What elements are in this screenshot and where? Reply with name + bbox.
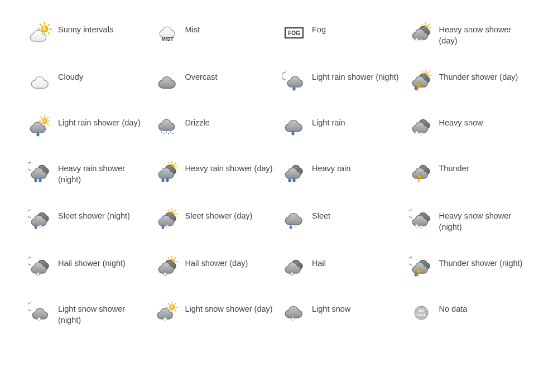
weather-label: Light snow shower (day) (185, 302, 273, 315)
weather-label: Cloudy (58, 70, 83, 83)
weather-entry: Thunder (409, 161, 531, 185)
weather-entry: Hail shower (day) (155, 256, 277, 278)
sunny-intervals-icon (28, 22, 52, 45)
thunder-shower-day-icon (409, 70, 434, 92)
weather-label: Hail shower (night) (58, 256, 126, 269)
weather-entry: Hail (282, 256, 403, 278)
weather-label: Heavy rain shower (day) (185, 161, 273, 175)
weather-entry: Light rain shower (day) (28, 115, 150, 138)
weather-label: Fog (312, 22, 326, 36)
weather-label: Heavy snow shower (day) (439, 22, 531, 46)
heavy-snow-shower-night-icon (409, 209, 434, 231)
sleet-shower-day-icon (155, 209, 180, 231)
light-rain-shower-day-icon (28, 115, 52, 138)
weather-label: Light rain shower (night) (312, 70, 399, 83)
cloudy-icon (28, 70, 52, 92)
weather-label: Sleet shower (day) (185, 209, 253, 222)
light-snow-icon (282, 302, 306, 324)
weather-entry: Heavy snow shower (night) (409, 209, 531, 233)
weather-label: Light snow (312, 302, 350, 315)
mist-icon: MIST (155, 22, 180, 45)
weather-entry: Heavy rain shower (day) (155, 161, 277, 185)
fog-icon: FOG (282, 22, 306, 45)
svg-point-20 (415, 306, 428, 320)
weather-label: Thunder (439, 161, 469, 175)
weather-label: Sleet (312, 209, 330, 222)
weather-entry: Heavy rain shower (night) (28, 161, 150, 185)
svg-point-18 (170, 132, 171, 133)
weather-entry: Light rain shower (night) (282, 70, 403, 92)
sleet-shower-night-icon (28, 209, 52, 231)
weather-entry: Light snow (282, 302, 403, 326)
weather-entry: Drizzle (155, 115, 277, 138)
hail-shower-night-icon (28, 256, 52, 278)
weather-entry: Sleet (282, 209, 403, 233)
weather-entry: Light rain (282, 115, 403, 138)
weather-label: Heavy snow (439, 115, 483, 129)
weather-entry: Heavy snow (409, 115, 531, 138)
weather-entry: MISTMist (155, 22, 277, 46)
weather-entry: Sunny intervals (28, 22, 150, 46)
weather-label: Heavy snow shower (night) (439, 209, 531, 233)
weather-entry: FOGFog (282, 22, 403, 46)
weather-label: Mist (185, 22, 200, 36)
weather-label: Thunder shower (night) (439, 256, 523, 269)
weather-label: Overcast (185, 70, 218, 83)
weather-label: No data (439, 302, 468, 315)
weather-label: Drizzle (185, 115, 210, 129)
heavy-rain-shower-day-icon (155, 161, 180, 183)
weather-label: Light snow shower (night) (58, 302, 150, 326)
weather-entry: Thunder shower (day) (409, 70, 531, 92)
heavy-snow-icon (409, 115, 434, 138)
thunder-icon (409, 161, 434, 183)
weather-entry: Light snow shower (night) (28, 302, 150, 326)
light-rain-shower-night-icon (282, 70, 306, 92)
svg-point-14 (161, 132, 162, 133)
weather-entry: Heavy snow shower (day) (409, 22, 531, 46)
svg-point-19 (172, 133, 174, 134)
weather-entry: NODATANo data (409, 302, 531, 326)
weather-entry: Cloudy (28, 70, 150, 92)
svg-text:NO: NO (419, 309, 424, 313)
overcast-icon (155, 70, 180, 92)
heavy-rain-shower-night-icon (28, 161, 52, 183)
hail-icon (282, 256, 306, 278)
svg-point-15 (163, 133, 165, 134)
weather-entry: Heavy rain (282, 161, 403, 185)
svg-text:DATA: DATA (417, 313, 426, 317)
drizzle-icon (155, 115, 180, 138)
light-rain-icon (282, 115, 306, 138)
weather-glossary-page: Sunny intervalsMISTMistFOGFogHeavy snow … (0, 0, 558, 392)
weather-entry: Thunder shower (night) (409, 256, 531, 278)
sleet-icon (282, 209, 306, 231)
weather-icon-grid: Sunny intervalsMISTMistFOGFogHeavy snow … (28, 22, 530, 326)
svg-point-17 (168, 133, 169, 134)
weather-label: Hail shower (day) (185, 256, 248, 269)
svg-point-16 (166, 132, 167, 133)
weather-entry: Hail shower (night) (28, 256, 150, 278)
weather-label: Thunder shower (day) (439, 70, 518, 83)
light-snow-shower-day-icon (155, 302, 180, 324)
svg-text:FOG: FOG (288, 30, 300, 36)
weather-label: Heavy rain (312, 161, 350, 175)
weather-entry: Sleet shower (night) (28, 209, 150, 233)
light-snow-shower-night-icon (28, 302, 52, 324)
hail-shower-day-icon (155, 256, 180, 278)
heavy-rain-icon (282, 161, 306, 183)
thunder-shower-night-icon (409, 256, 434, 278)
weather-label: Hail (312, 256, 326, 269)
svg-text:MIST: MIST (161, 36, 174, 42)
weather-entry: Overcast (155, 70, 277, 92)
heavy-snow-shower-day-icon (409, 22, 434, 45)
weather-label: Sleet shower (night) (58, 209, 130, 222)
weather-entry: Sleet shower (day) (155, 209, 277, 233)
weather-label: Light rain shower (day) (58, 115, 141, 129)
weather-label: Heavy rain shower (night) (58, 161, 150, 185)
weather-label: Sunny intervals (58, 22, 113, 36)
weather-entry: Light snow shower (day) (155, 302, 277, 326)
weather-label: Light rain (312, 115, 345, 129)
no-data-icon: NODATA (409, 302, 434, 324)
